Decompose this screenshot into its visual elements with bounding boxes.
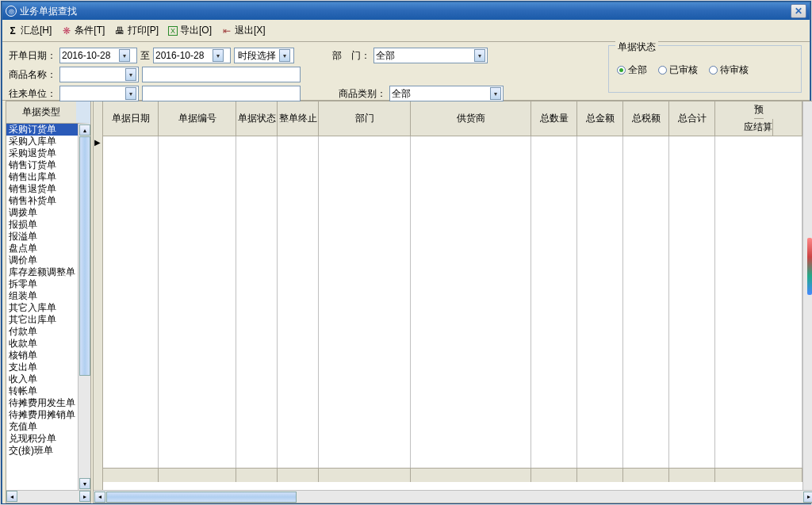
sidebar-item[interactable]: 支出单 xyxy=(6,362,78,373)
sidebar-item[interactable]: 兑现积分单 xyxy=(6,433,78,445)
sidebar-item[interactable]: 盘点单 xyxy=(6,243,78,254)
column-header[interactable]: 单据状态 xyxy=(236,101,278,136)
sidebar-item[interactable]: 转帐单 xyxy=(6,385,78,397)
sidebar-item[interactable]: 销售订货单 xyxy=(6,159,78,171)
exit-button[interactable]: ⇤ 退出[X] xyxy=(221,24,266,37)
filter-icon: ❋ xyxy=(61,25,72,36)
sidebar-item[interactable]: 采购订货单 xyxy=(6,124,78,136)
scroll-left-icon[interactable]: ◂ xyxy=(6,491,17,502)
scroll-down-icon[interactable]: ▾ xyxy=(79,478,90,489)
sidebar-item[interactable]: 组装单 xyxy=(6,290,78,302)
cat-combo[interactable]: 全部▾ xyxy=(389,86,504,101)
sidebar-item[interactable]: 收入单 xyxy=(6,373,78,385)
sidebar-item[interactable]: 采购退货单 xyxy=(6,147,78,159)
scroll-up-icon[interactable]: ▴ xyxy=(79,124,90,136)
sidebar-header: 单据类型 xyxy=(6,101,90,124)
sidebar-item[interactable]: 付款单 xyxy=(6,326,78,338)
doc-type-sidebar: 单据类型 采购订货单采购入库单采购退货单销售订货单销售出库单销售退货单销售补货单… xyxy=(6,101,91,503)
status-all-radio[interactable]: 全部 xyxy=(617,63,647,77)
sidebar-item[interactable]: 报损单 xyxy=(6,219,78,231)
column-header-group[interactable]: 预应结算 xyxy=(715,101,802,136)
column-header[interactable]: 总数量 xyxy=(531,101,577,136)
name-input[interactable] xyxy=(142,67,301,82)
name-label: 商品名称： xyxy=(9,68,56,82)
chevron-down-icon[interactable]: ▾ xyxy=(279,49,290,62)
filter-panel: 开单日期： ▾ 至 ▾ 时段选择▾ 部 门： 全部▾ 商品名称： ▾ 往来单位：… xyxy=(2,42,810,101)
export-label: 导出[O] xyxy=(180,24,212,37)
column-header[interactable]: 单据编号 xyxy=(159,101,236,136)
scroll-right-icon[interactable]: ▸ xyxy=(803,492,812,503)
sidebar-item[interactable]: 调拨单 xyxy=(6,207,78,219)
right-edge-indicator xyxy=(807,238,812,295)
sigma-icon: Σ xyxy=(7,25,18,36)
scroll-left-icon[interactable]: ◂ xyxy=(94,492,105,503)
scroll-thumb[interactable] xyxy=(79,136,90,376)
row-indicator-gutter: ▶ xyxy=(94,101,103,490)
cat-label: 商品类别： xyxy=(339,87,386,101)
scroll-right-icon[interactable]: ▸ xyxy=(79,491,90,502)
unit-combo[interactable]: ▾ xyxy=(59,86,139,101)
sidebar-item[interactable]: 待摊费用发生单 xyxy=(6,397,78,409)
sidebar-item[interactable]: 充值单 xyxy=(6,421,78,433)
exit-label: 退出[X] xyxy=(235,24,266,37)
sidebar-item[interactable]: 拆零单 xyxy=(6,278,78,290)
status-approved-radio[interactable]: 已审核 xyxy=(658,63,698,77)
column-header[interactable]: 供货商 xyxy=(411,101,531,136)
toolbar: Σ 汇总[H] ❋ 条件[T] 🖶 打印[P] X 导出[O] ⇤ 退出[X] xyxy=(2,20,810,42)
chevron-down-icon[interactable]: ▾ xyxy=(213,49,224,62)
sidebar-item[interactable]: 采购入库单 xyxy=(6,136,78,147)
chevron-down-icon[interactable]: ▾ xyxy=(125,68,136,81)
scroll-thumb[interactable] xyxy=(106,492,297,503)
date-to-input[interactable]: ▾ xyxy=(153,48,231,63)
condition-label: 条件[T] xyxy=(75,24,105,37)
print-button[interactable]: 🖶 打印[P] xyxy=(114,24,159,37)
grid-vscroll[interactable] xyxy=(802,101,812,490)
column-header[interactable]: 部门 xyxy=(319,101,411,136)
column-header[interactable]: 整单终止 xyxy=(278,101,319,136)
status-legend: 单据状态 xyxy=(615,40,658,54)
sidebar-item[interactable]: 交(接)班单 xyxy=(6,445,78,457)
grid-hscroll[interactable]: ◂ ▸ xyxy=(94,490,812,503)
export-icon: X xyxy=(168,26,178,36)
sidebar-item[interactable]: 库存差额调整单 xyxy=(6,266,78,278)
window-title: 业务单据查找 xyxy=(20,5,791,18)
sidebar-item[interactable]: 报溢单 xyxy=(6,231,78,243)
grid-body[interactable] xyxy=(103,136,802,468)
export-button[interactable]: X 导出[O] xyxy=(168,24,212,37)
column-header[interactable]: 总税额 xyxy=(623,101,669,136)
summary-button[interactable]: Σ 汇总[H] xyxy=(7,24,52,37)
chevron-down-icon[interactable]: ▾ xyxy=(474,49,485,62)
sidebar-item[interactable]: 调价单 xyxy=(6,254,78,266)
name-combo[interactable]: ▾ xyxy=(59,67,139,82)
unit-input[interactable] xyxy=(142,86,301,101)
sidebar-item[interactable]: 其它入库单 xyxy=(6,302,78,314)
column-header[interactable]: 总合计 xyxy=(669,101,715,136)
status-pending-radio[interactable]: 待审核 xyxy=(709,63,749,77)
current-row-marker: ▶ xyxy=(94,138,101,147)
sidebar-item[interactable]: 销售退货单 xyxy=(6,183,78,195)
printer-icon: 🖶 xyxy=(114,25,125,36)
chevron-down-icon[interactable]: ▾ xyxy=(490,87,501,100)
chevron-down-icon[interactable]: ▾ xyxy=(125,87,136,100)
grid-footer xyxy=(103,468,802,482)
close-button[interactable]: ✕ xyxy=(791,4,806,18)
print-label: 打印[P] xyxy=(128,24,159,37)
unit-label: 往来单位： xyxy=(9,87,56,101)
date-from-input[interactable]: ▾ xyxy=(59,48,137,63)
column-header[interactable]: 总金额 xyxy=(577,101,623,136)
dept-label: 部 门： xyxy=(332,49,370,63)
sidebar-item[interactable]: 其它出库单 xyxy=(6,314,78,326)
chevron-down-icon[interactable]: ▾ xyxy=(119,49,130,62)
sidebar-item[interactable]: 收款单 xyxy=(6,338,78,350)
column-header[interactable]: 单据日期 xyxy=(103,101,159,136)
condition-button[interactable]: ❋ 条件[T] xyxy=(61,24,105,37)
dept-combo[interactable]: 全部▾ xyxy=(373,48,488,63)
status-groupbox: 单据状态 全部 已审核 待审核 xyxy=(608,45,802,93)
sidebar-item[interactable]: 销售出库单 xyxy=(6,171,78,183)
sidebar-item[interactable]: 销售补货单 xyxy=(6,195,78,207)
sidebar-item[interactable]: 核销单 xyxy=(6,350,78,362)
time-select-button[interactable]: 时段选择▾ xyxy=(234,48,294,63)
sidebar-scrollbar[interactable]: ▴ ▾ xyxy=(78,124,90,490)
sidebar-item[interactable]: 待摊费用摊销单 xyxy=(6,409,78,421)
data-grid: ▶ 单据日期单据编号单据状态整单终止部门供货商总数量总金额总税额总合计预应结算 … xyxy=(93,101,812,503)
